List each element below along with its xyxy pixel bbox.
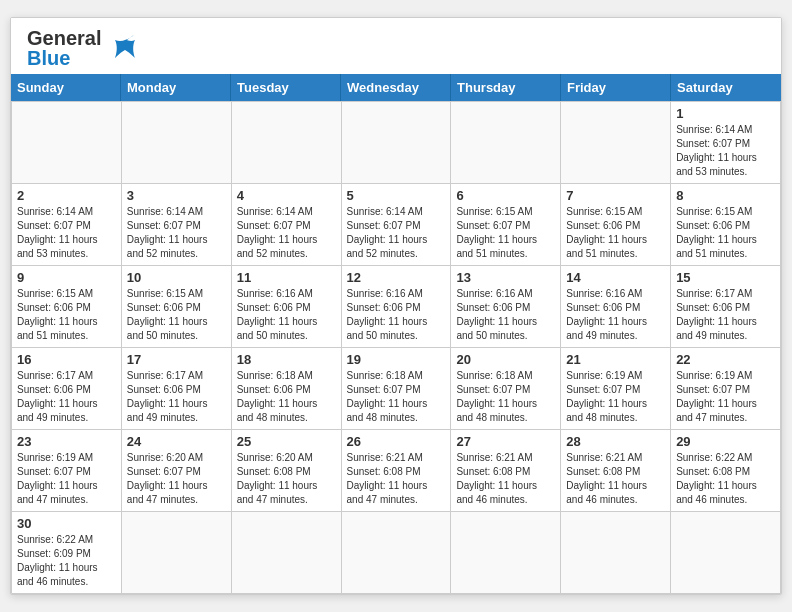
calendar-cell: 20 Sunrise: 6:18 AMSunset: 6:07 PMDaylig…: [451, 348, 561, 430]
logo-area: General Blue: [27, 28, 143, 68]
calendar-cell: 24 Sunrise: 6:20 AMSunset: 6:07 PMDaylig…: [122, 430, 232, 512]
day-number: 11: [237, 270, 336, 285]
cell-info: Sunrise: 6:16 AMSunset: 6:06 PMDaylight:…: [237, 287, 336, 343]
calendar-cell: [342, 512, 452, 594]
calendar-cell: 17 Sunrise: 6:17 AMSunset: 6:06 PMDaylig…: [122, 348, 232, 430]
day-number: 25: [237, 434, 336, 449]
calendar-cell: 3 Sunrise: 6:14 AMSunset: 6:07 PMDayligh…: [122, 184, 232, 266]
cell-info: Sunrise: 6:19 AMSunset: 6:07 PMDaylight:…: [17, 451, 116, 507]
day-number: 23: [17, 434, 116, 449]
calendar-cell: [12, 102, 122, 184]
day-number: 8: [676, 188, 775, 203]
cell-info: Sunrise: 6:18 AMSunset: 6:06 PMDaylight:…: [237, 369, 336, 425]
calendar-container: General Blue Sunday Monday Tuesday Wedne…: [10, 17, 782, 595]
cell-info: Sunrise: 6:18 AMSunset: 6:07 PMDaylight:…: [347, 369, 446, 425]
day-number: 15: [676, 270, 775, 285]
day-header-wednesday: Wednesday: [341, 74, 451, 101]
cell-info: Sunrise: 6:20 AMSunset: 6:07 PMDaylight:…: [127, 451, 226, 507]
day-number: 13: [456, 270, 555, 285]
logo-icon: [107, 30, 143, 66]
day-number: 5: [347, 188, 446, 203]
calendar-cell: [561, 102, 671, 184]
day-header-saturday: Saturday: [671, 74, 781, 101]
day-number: 3: [127, 188, 226, 203]
calendar-cell: 29 Sunrise: 6:22 AMSunset: 6:08 PMDaylig…: [671, 430, 781, 512]
calendar-cell: 15 Sunrise: 6:17 AMSunset: 6:06 PMDaylig…: [671, 266, 781, 348]
calendar-cell: 27 Sunrise: 6:21 AMSunset: 6:08 PMDaylig…: [451, 430, 561, 512]
cell-info: Sunrise: 6:21 AMSunset: 6:08 PMDaylight:…: [456, 451, 555, 507]
calendar-cell: 5 Sunrise: 6:14 AMSunset: 6:07 PMDayligh…: [342, 184, 452, 266]
calendar-cell: 21 Sunrise: 6:19 AMSunset: 6:07 PMDaylig…: [561, 348, 671, 430]
cell-info: Sunrise: 6:16 AMSunset: 6:06 PMDaylight:…: [566, 287, 665, 343]
cell-info: Sunrise: 6:15 AMSunset: 6:06 PMDaylight:…: [676, 205, 775, 261]
calendar-cell: [232, 512, 342, 594]
calendar-cell: 10 Sunrise: 6:15 AMSunset: 6:06 PMDaylig…: [122, 266, 232, 348]
cell-info: Sunrise: 6:17 AMSunset: 6:06 PMDaylight:…: [676, 287, 775, 343]
day-number: 1: [676, 106, 775, 121]
day-number: 18: [237, 352, 336, 367]
calendar-cell: [671, 512, 781, 594]
calendar-cell: [122, 102, 232, 184]
day-number: 17: [127, 352, 226, 367]
cell-info: Sunrise: 6:14 AMSunset: 6:07 PMDaylight:…: [17, 205, 116, 261]
calendar-cell: 6 Sunrise: 6:15 AMSunset: 6:07 PMDayligh…: [451, 184, 561, 266]
calendar-cell: 12 Sunrise: 6:16 AMSunset: 6:06 PMDaylig…: [342, 266, 452, 348]
calendar-cell: 26 Sunrise: 6:21 AMSunset: 6:08 PMDaylig…: [342, 430, 452, 512]
cell-info: Sunrise: 6:15 AMSunset: 6:06 PMDaylight:…: [566, 205, 665, 261]
cell-info: Sunrise: 6:14 AMSunset: 6:07 PMDaylight:…: [127, 205, 226, 261]
cell-info: Sunrise: 6:14 AMSunset: 6:07 PMDaylight:…: [676, 123, 775, 179]
cell-info: Sunrise: 6:18 AMSunset: 6:07 PMDaylight:…: [456, 369, 555, 425]
calendar-cell: 16 Sunrise: 6:17 AMSunset: 6:06 PMDaylig…: [12, 348, 122, 430]
cell-info: Sunrise: 6:22 AMSunset: 6:09 PMDaylight:…: [17, 533, 116, 589]
day-header-thursday: Thursday: [451, 74, 561, 101]
cell-info: Sunrise: 6:15 AMSunset: 6:06 PMDaylight:…: [17, 287, 116, 343]
day-number: 28: [566, 434, 665, 449]
cell-info: Sunrise: 6:16 AMSunset: 6:06 PMDaylight:…: [456, 287, 555, 343]
day-number: 26: [347, 434, 446, 449]
cell-info: Sunrise: 6:15 AMSunset: 6:06 PMDaylight:…: [127, 287, 226, 343]
cell-info: Sunrise: 6:21 AMSunset: 6:08 PMDaylight:…: [347, 451, 446, 507]
day-number: 22: [676, 352, 775, 367]
day-number: 30: [17, 516, 116, 531]
cell-info: Sunrise: 6:17 AMSunset: 6:06 PMDaylight:…: [127, 369, 226, 425]
day-number: 9: [17, 270, 116, 285]
calendar-cell: [122, 512, 232, 594]
calendar-cell: 9 Sunrise: 6:15 AMSunset: 6:06 PMDayligh…: [12, 266, 122, 348]
cell-info: Sunrise: 6:22 AMSunset: 6:08 PMDaylight:…: [676, 451, 775, 507]
day-number: 7: [566, 188, 665, 203]
calendar-cell: [232, 102, 342, 184]
calendar-cell: 30 Sunrise: 6:22 AMSunset: 6:09 PMDaylig…: [12, 512, 122, 594]
calendar-cell: 11 Sunrise: 6:16 AMSunset: 6:06 PMDaylig…: [232, 266, 342, 348]
day-number: 6: [456, 188, 555, 203]
day-number: 27: [456, 434, 555, 449]
day-number: 12: [347, 270, 446, 285]
calendar-cell: 25 Sunrise: 6:20 AMSunset: 6:08 PMDaylig…: [232, 430, 342, 512]
calendar-grid: 1 Sunrise: 6:14 AMSunset: 6:07 PMDayligh…: [11, 101, 781, 594]
calendar-cell: 18 Sunrise: 6:18 AMSunset: 6:06 PMDaylig…: [232, 348, 342, 430]
cell-info: Sunrise: 6:17 AMSunset: 6:06 PMDaylight:…: [17, 369, 116, 425]
calendar-cell: 13 Sunrise: 6:16 AMSunset: 6:06 PMDaylig…: [451, 266, 561, 348]
day-header-sunday: Sunday: [11, 74, 121, 101]
calendar-cell: 2 Sunrise: 6:14 AMSunset: 6:07 PMDayligh…: [12, 184, 122, 266]
day-header-friday: Friday: [561, 74, 671, 101]
day-number: 2: [17, 188, 116, 203]
day-number: 10: [127, 270, 226, 285]
day-number: 20: [456, 352, 555, 367]
day-number: 19: [347, 352, 446, 367]
calendar-cell: 4 Sunrise: 6:14 AMSunset: 6:07 PMDayligh…: [232, 184, 342, 266]
calendar-cell: 22 Sunrise: 6:19 AMSunset: 6:07 PMDaylig…: [671, 348, 781, 430]
day-number: 14: [566, 270, 665, 285]
cell-info: Sunrise: 6:15 AMSunset: 6:07 PMDaylight:…: [456, 205, 555, 261]
day-header-tuesday: Tuesday: [231, 74, 341, 101]
day-number: 24: [127, 434, 226, 449]
calendar-cell: [451, 102, 561, 184]
cell-info: Sunrise: 6:20 AMSunset: 6:08 PMDaylight:…: [237, 451, 336, 507]
day-number: 16: [17, 352, 116, 367]
cell-info: Sunrise: 6:19 AMSunset: 6:07 PMDaylight:…: [676, 369, 775, 425]
calendar-cell: 23 Sunrise: 6:19 AMSunset: 6:07 PMDaylig…: [12, 430, 122, 512]
day-number: 21: [566, 352, 665, 367]
logo-text: General Blue: [27, 28, 101, 68]
day-header-monday: Monday: [121, 74, 231, 101]
cell-info: Sunrise: 6:19 AMSunset: 6:07 PMDaylight:…: [566, 369, 665, 425]
calendar-cell: [561, 512, 671, 594]
